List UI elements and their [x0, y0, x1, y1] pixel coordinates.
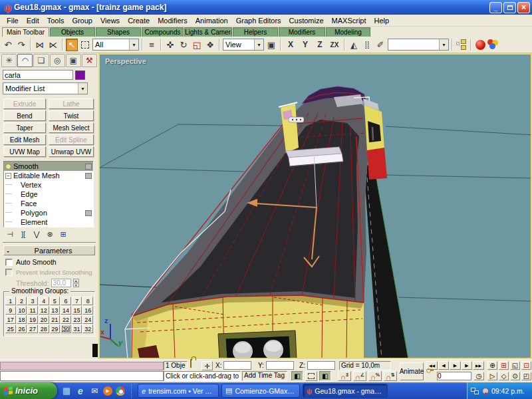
percent-snap-button[interactable]: ∩% — [368, 371, 382, 381]
task-comienzo[interactable]: ▤ Comienzo-GMax.txt -... — [221, 384, 300, 398]
task-gmax[interactable]: ψ Geu18.gmax - gmax -... — [303, 384, 388, 398]
modifier-bulb-icon[interactable] — [5, 164, 11, 170]
task-trensim[interactable]: e trensim.com • Ver Te... — [138, 384, 219, 398]
smoothing-group-5[interactable]: 5 — [50, 297, 61, 305]
go-to-end-button[interactable]: ▶▶ — [473, 361, 484, 370]
min-max-toggle-button[interactable]: ◰ — [521, 372, 531, 380]
field-of-view-button[interactable]: ▷ — [487, 372, 497, 380]
named-selection-combo[interactable]: ▼ — [388, 39, 449, 51]
hierarchy-panel-tab[interactable]: ❏ — [33, 54, 49, 67]
internet-explorer-icon[interactable]: e — [75, 386, 86, 396]
perspective-viewport[interactable]: Perspective — [98, 53, 532, 359]
schematic-view-button[interactable] — [456, 39, 467, 51]
smoothing-group-27[interactable]: 27 — [27, 325, 38, 333]
smoothing-group-23[interactable]: 23 — [72, 315, 82, 324]
smoothing-group-6[interactable]: 6 — [61, 297, 71, 305]
smoothing-group-32[interactable]: 32 — [82, 325, 93, 333]
dropdown-arrow-icon[interactable]: ▼ — [78, 83, 87, 94]
unwrap-uvw-button[interactable]: Unwrap UVW — [49, 146, 94, 157]
tab-modifiers[interactable]: Modifiers — [279, 27, 325, 37]
smoothing-group-9[interactable]: 9 — [5, 306, 16, 315]
play-button[interactable]: ▶ — [450, 361, 461, 370]
stack-subobject-edge[interactable]: ┈┈ Edge — [4, 190, 93, 199]
menu-graph-editors[interactable]: Graph Editors — [232, 16, 285, 25]
volume-tray-icon[interactable] — [482, 388, 489, 394]
mirror-button[interactable]: ◭ — [348, 39, 360, 51]
start-button[interactable]: Inicio — [0, 382, 57, 399]
add-time-tag[interactable]: Add Time Tag — [242, 371, 287, 381]
smoothing-group-25[interactable]: 25 — [5, 325, 16, 333]
viewport-label[interactable]: Perspective — [105, 57, 146, 65]
smoothing-group-16[interactable]: 16 — [82, 306, 93, 315]
smoothing-group-22[interactable]: 22 — [61, 315, 71, 324]
zoom-button[interactable]: ⊕ — [487, 361, 497, 370]
smoothing-group-21[interactable]: 21 — [50, 315, 61, 324]
arc-rotate-button[interactable]: ⊙ — [510, 372, 520, 380]
next-frame-button[interactable]: ▶ — [462, 361, 472, 370]
mail-icon[interactable]: ✉ — [89, 386, 100, 396]
zoom-all-button[interactable]: ⊞ — [499, 361, 509, 370]
title-bar[interactable]: ψ Geu18.gmax - gmax - [trainz game pack]… — [0, 0, 532, 15]
select-and-rotate-button[interactable]: ↻ — [178, 39, 190, 51]
network-tray-icon[interactable] — [471, 388, 479, 394]
smoothing-group-3[interactable]: 3 — [27, 297, 38, 305]
z-coord-field[interactable] — [307, 361, 335, 370]
uvw-map-button[interactable]: UVW Map — [3, 146, 46, 157]
tab-compounds[interactable]: Compounds — [142, 27, 184, 37]
smoothing-group-30[interactable]: 30 — [61, 325, 71, 333]
smoothing-group-13[interactable]: 13 — [50, 306, 61, 315]
remove-modifier-button[interactable]: ⊗ — [45, 230, 55, 239]
twist-button[interactable]: Twist — [49, 110, 94, 121]
tab-lights-cameras[interactable]: Lights & Cameras — [184, 27, 232, 37]
select-and-move-button[interactable]: ✜ — [164, 39, 176, 51]
smoothing-group-17[interactable]: 17 — [5, 315, 16, 324]
menu-tools[interactable]: Tools — [43, 16, 68, 25]
modify-panel-tab[interactable]: ◠ — [17, 54, 33, 67]
menu-customize[interactable]: Customize — [285, 16, 328, 25]
stack-subobject-element[interactable]: ┈┈ Element — [4, 217, 93, 227]
select-and-scale-button[interactable]: ◱ — [191, 39, 203, 51]
tab-modeling[interactable]: Modeling — [326, 27, 370, 37]
smoothing-group-11[interactable]: 11 — [27, 306, 38, 315]
smoothing-group-2[interactable]: 2 — [17, 297, 27, 305]
close-button[interactable]: × — [517, 2, 530, 13]
previous-frame-button[interactable]: ◀ — [438, 361, 449, 370]
pin-stack-button[interactable]: ⊣ — [5, 230, 15, 239]
configure-stack-button[interactable]: ⊞ — [59, 230, 68, 239]
zoom-extents-button[interactable]: ◱ — [510, 361, 520, 370]
menu-animation[interactable]: Animation — [192, 16, 232, 25]
smoothing-group-7[interactable]: 7 — [72, 297, 82, 305]
stack-subobject-polygon[interactable]: ┈┈ Polygon — [4, 208, 93, 217]
menu-help[interactable]: Help — [370, 16, 394, 25]
create-panel-tab[interactable]: ✳ — [1, 54, 17, 67]
absolute-mode-button[interactable]: ✛ — [201, 361, 213, 370]
smoothing-group-8[interactable]: 8 — [82, 297, 93, 305]
select-and-link-button[interactable]: ⋈ — [34, 39, 46, 51]
dotted-region-button[interactable] — [305, 371, 317, 381]
restrict-z-button[interactable]: Z — [313, 39, 327, 51]
restrict-y-button[interactable]: Y — [299, 39, 312, 51]
restrict-plane-button[interactable]: ZX — [328, 39, 341, 51]
selection-region-button[interactable] — [79, 39, 91, 51]
y-coord-field[interactable] — [266, 361, 294, 370]
bend-button[interactable]: Bend — [3, 110, 46, 121]
render-button[interactable] — [474, 39, 486, 51]
smoothing-group-10[interactable]: 10 — [17, 306, 27, 315]
menu-views[interactable]: Views — [96, 16, 124, 25]
smoothing-group-24[interactable]: 24 — [82, 315, 93, 324]
chrome-icon[interactable] — [116, 386, 125, 396]
time-configuration-button[interactable]: ◷ — [473, 372, 484, 380]
restore-button[interactable] — [503, 2, 516, 13]
material-editor-button[interactable] — [487, 39, 499, 51]
degradation-override-button[interactable]: ◧ — [291, 371, 303, 381]
tab-objects[interactable]: Objects — [50, 27, 95, 37]
object-color-swatch[interactable] — [75, 70, 85, 80]
media-player-icon[interactable]: ▶ — [103, 386, 112, 396]
utilities-panel-tab[interactable]: ⚒ — [82, 54, 97, 67]
select-and-manipulate-button[interactable]: ❖ — [204, 39, 216, 51]
smoothing-group-19[interactable]: 19 — [27, 315, 38, 324]
smoothing-group-15[interactable]: 15 — [72, 306, 82, 315]
collapse-tree-icon[interactable]: − — [5, 173, 11, 179]
undo-button[interactable]: ↶ — [2, 39, 14, 51]
smoothing-group-29[interactable]: 29 — [50, 325, 61, 333]
